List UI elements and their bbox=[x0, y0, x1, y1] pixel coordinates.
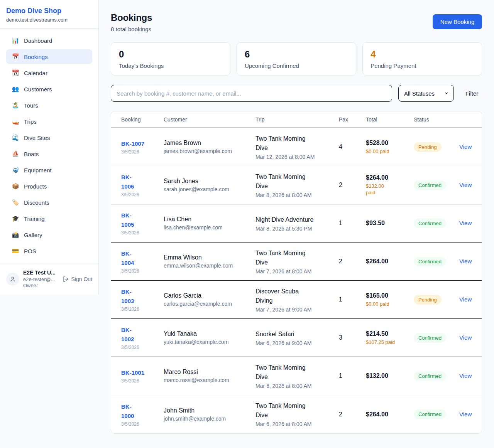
booking-id-link[interactable]: BK- 1000 bbox=[121, 402, 134, 421]
pax-count: 1 bbox=[339, 372, 366, 379]
pax-count: 1 bbox=[339, 220, 366, 227]
equipment-icon: 🤿 bbox=[12, 167, 19, 173]
status-filter-select[interactable]: All Statuses bbox=[398, 85, 454, 102]
column-header: Status bbox=[414, 116, 459, 123]
customer-name: Lisa Chen bbox=[164, 216, 255, 223]
view-link[interactable]: View bbox=[459, 143, 472, 150]
total-amount: $264.00 bbox=[366, 411, 414, 418]
total-amount: $214.50 bbox=[366, 330, 414, 337]
stat-label: Today's Bookings bbox=[119, 62, 222, 69]
booking-id-link[interactable]: BK- 1006 bbox=[121, 173, 134, 191]
sidebar-item-equipment[interactable]: 🤿Equipment bbox=[6, 163, 92, 177]
new-booking-button[interactable]: New Booking bbox=[433, 14, 482, 29]
total-cell: $132.00 bbox=[366, 372, 414, 379]
search-input[interactable] bbox=[111, 85, 392, 102]
customer-cell: Marco Rossi marco.rossi@example.com bbox=[164, 369, 255, 383]
booking-id-link[interactable]: BK- 1002 bbox=[121, 325, 134, 344]
view-link[interactable]: View bbox=[459, 372, 472, 379]
chevron-down-icon bbox=[444, 91, 449, 96]
booking-cell: BK- 1002 3/5/2026 bbox=[121, 325, 164, 350]
sign-out-button[interactable]: Sign Out bbox=[63, 276, 92, 282]
booking-date: 3/5/2026 bbox=[121, 230, 164, 236]
view-link[interactable]: View bbox=[459, 296, 472, 303]
dive-sites-icon: 🌊 bbox=[12, 134, 19, 141]
booking-id-link[interactable]: BK- 1003 bbox=[121, 287, 134, 306]
sidebar-item-dashboard[interactable]: 📊Dashboard bbox=[6, 33, 92, 48]
sidebar-item-tours[interactable]: 🏝️Tours bbox=[6, 98, 92, 113]
column-header: Booking bbox=[121, 116, 164, 123]
customer-email: sarah.jones@example.com bbox=[164, 186, 255, 192]
calendar-icon: 📆 bbox=[12, 69, 19, 76]
view-link[interactable]: View bbox=[459, 182, 472, 188]
table-row: BK- 1000 3/5/2026 John Smith john.smith@… bbox=[111, 395, 482, 433]
total-amount: $264.00 bbox=[366, 174, 414, 181]
view-link[interactable]: View bbox=[459, 220, 472, 226]
sidebar-item-customers[interactable]: 👥Customers bbox=[6, 82, 92, 96]
dashboard-icon: 📊 bbox=[12, 37, 19, 44]
total-amount: $528.00 bbox=[366, 140, 414, 147]
sidebar-item-pos[interactable]: 💳POS bbox=[6, 244, 92, 258]
filter-button[interactable]: Filter bbox=[462, 90, 482, 97]
brand-domain: demo.test.divestreams.com bbox=[6, 17, 92, 23]
table-row: BK- 1002 3/5/2026 Yuki Tanaka yuki.tanak… bbox=[111, 319, 482, 357]
sidebar-item-dive-sites[interactable]: 🌊Dive Sites bbox=[6, 130, 92, 145]
filter-row: All Statuses Filter bbox=[111, 85, 482, 102]
booking-cell: BK- 1003 3/5/2026 bbox=[121, 287, 164, 312]
customer-name: Sarah Jones bbox=[164, 178, 255, 185]
view-cell: View bbox=[459, 220, 472, 227]
sidebar-item-calendar[interactable]: 📆Calendar bbox=[6, 66, 92, 80]
booking-cell: BK-1007 3/5/2026 bbox=[121, 139, 164, 155]
view-cell: View bbox=[459, 411, 472, 418]
trip-name: Two Tank Morning Dive bbox=[255, 172, 339, 191]
status-badge: Confirmed bbox=[414, 180, 446, 190]
user-name: E2E Test U... bbox=[23, 269, 59, 276]
trip-cell: Two Tank Morning Dive Mar 7, 2026 at 8:0… bbox=[255, 249, 339, 275]
trip-name: Two Tank Morning Dive bbox=[255, 134, 339, 153]
column-header: Customer bbox=[164, 116, 255, 123]
trip-cell: Two Tank Morning Dive Mar 6, 2026 at 8:0… bbox=[255, 401, 339, 427]
view-link[interactable]: View bbox=[459, 411, 472, 418]
view-link[interactable]: View bbox=[459, 334, 472, 341]
sidebar-item-label: Calendar bbox=[24, 70, 47, 76]
column-header: Total bbox=[366, 116, 414, 123]
trip-name: Two Tank Morning Dive bbox=[255, 249, 339, 267]
customer-name: Carlos Garcia bbox=[164, 292, 255, 299]
trip-cell: Two Tank Morning Dive Mar 8, 2026 at 8:0… bbox=[255, 172, 339, 198]
total-cell: $93.50 bbox=[366, 220, 414, 227]
gallery-icon: 📸 bbox=[12, 231, 19, 238]
products-icon: 📦 bbox=[12, 183, 19, 190]
booking-cell: BK- 1005 3/5/2026 bbox=[121, 211, 164, 236]
booking-id-link[interactable]: BK-1007 bbox=[121, 139, 144, 148]
status-cell: Confirmed bbox=[414, 409, 459, 419]
view-link[interactable]: View bbox=[459, 258, 472, 264]
sidebar-item-label: Equipment bbox=[24, 167, 52, 173]
sidebar-item-products[interactable]: 📦Products bbox=[6, 179, 92, 194]
sidebar-item-label: Training bbox=[24, 216, 45, 222]
view-cell: View bbox=[459, 334, 472, 341]
pax-count: 2 bbox=[339, 182, 366, 189]
user-email: e2e-tester@... bbox=[23, 276, 59, 282]
booking-id-link[interactable]: BK- 1005 bbox=[121, 211, 134, 229]
status-filter-value: All Statuses bbox=[404, 90, 435, 97]
customer-cell: Sarah Jones sarah.jones@example.com bbox=[164, 178, 255, 192]
view-cell: View bbox=[459, 143, 472, 150]
status-cell: Confirmed bbox=[414, 333, 459, 343]
status-badge: Confirmed bbox=[414, 371, 446, 381]
training-icon: 🎓 bbox=[12, 215, 19, 222]
customer-email: emma.wilson@example.com bbox=[164, 263, 255, 269]
sidebar-item-bookings[interactable]: 📅Bookings bbox=[6, 49, 92, 64]
sidebar-item-discounts[interactable]: 🏷️Discounts bbox=[6, 195, 92, 210]
sidebar-item-gallery[interactable]: 📸Gallery bbox=[6, 227, 92, 242]
stat-value: 6 bbox=[245, 49, 348, 60]
boats-icon: ⛵ bbox=[12, 150, 19, 157]
trip-datetime: Mar 8, 2026 at 8:00 AM bbox=[255, 192, 339, 198]
trip-datetime: Mar 8, 2026 at 5:30 PM bbox=[255, 226, 339, 232]
sidebar-item-boats[interactable]: ⛵Boats bbox=[6, 147, 92, 161]
booking-id-link[interactable]: BK- 1004 bbox=[121, 249, 134, 268]
sidebar-item-label: Gallery bbox=[24, 232, 42, 238]
booking-id-link[interactable]: BK-1001 bbox=[121, 368, 144, 377]
sidebar-item-training[interactable]: 🎓Training bbox=[6, 211, 92, 226]
booking-date: 3/5/2026 bbox=[121, 421, 164, 427]
sidebar-item-trips[interactable]: 🚤Trips bbox=[6, 114, 92, 129]
customer-email: john.smith@example.com bbox=[164, 416, 255, 422]
